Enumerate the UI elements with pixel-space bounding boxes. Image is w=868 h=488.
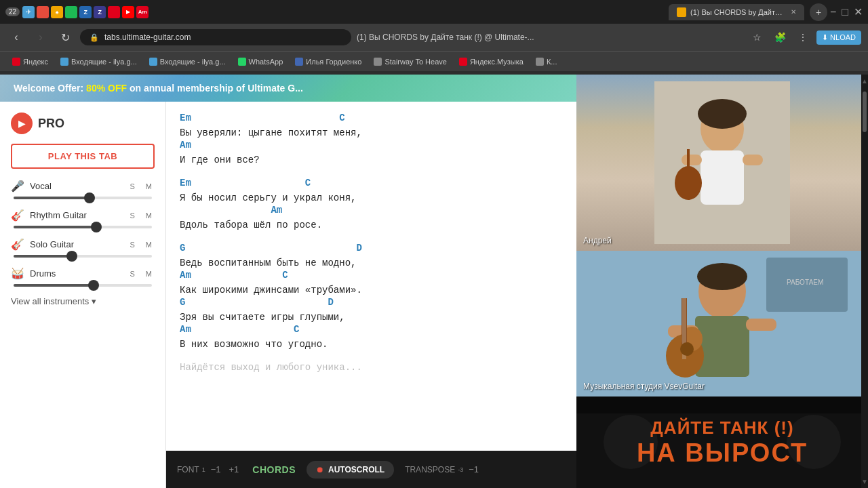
pro-label: PRO (38, 117, 64, 131)
autoscroll-button[interactable]: ⏺ AUTOSCROLL (307, 461, 394, 479)
download-button[interactable]: ⬇ NLOAD (816, 30, 861, 45)
address-bar[interactable]: 🔒 tabs.ultimate-guitar.com (80, 29, 351, 45)
maximize-button[interactable]: □ (842, 6, 848, 18)
svg-rect-3 (701, 150, 744, 205)
vocal-slider[interactable] (14, 197, 152, 199)
bookmark-inbox1[interactable]: Входящие - ilya.g... (55, 56, 142, 67)
solo-slider-container (11, 255, 155, 258)
telegram-icon[interactable]: ✈ (22, 6, 35, 18)
app-icon-4[interactable]: Z (94, 6, 106, 18)
pro-badge: ▶ PRO (11, 113, 155, 134)
svg-rect-7 (687, 149, 690, 190)
back-button[interactable]: ‹ (7, 28, 26, 47)
chord-line-3: Em C (180, 178, 563, 192)
settings-icon[interactable]: ⋮ (793, 28, 812, 47)
svg-text:РАБОТАЕМ: РАБОТАЕМ (787, 279, 823, 286)
rhythm-slider-container (11, 226, 155, 228)
font-increase-button[interactable]: +1 (226, 463, 242, 476)
tab-favicon (677, 7, 686, 17)
tab-content[interactable]: Em C Вы уверяли: цыгане похитят меня, Am… (166, 102, 576, 488)
rhythm-slider-fill (14, 226, 96, 228)
person-2-svg: РАБОТАЕМ (576, 251, 868, 396)
lyrics-line-7: Зря вы считаете игры глупыми, (180, 312, 563, 323)
solo-m-button[interactable]: M (143, 240, 155, 249)
browser-toolbar: ‹ › ↻ 🔒 tabs.ultimate-guitar.com (1) Вы … (0, 24, 868, 51)
lyrics-line-8: В них возможно что угодно. (180, 339, 563, 350)
bookmark-whatsapp[interactable]: WhatsApp (233, 56, 289, 67)
bookmark-other[interactable]: К... (530, 56, 563, 67)
extensions-icon[interactable]: 🧩 (770, 28, 789, 47)
video-3-title-2: НА ВЫРОСТ (637, 439, 808, 468)
promo-banner[interactable]: Welcome Offer: 80% OFF on annual members… (0, 75, 576, 102)
app-icon-3[interactable]: Z (79, 6, 92, 18)
vocal-slider-thumb[interactable] (84, 192, 95, 203)
vocal-s-button[interactable]: S (127, 182, 137, 191)
drums-m-button[interactable]: M (143, 269, 155, 279)
app-icon-2[interactable] (65, 6, 77, 18)
tab-close-button[interactable]: ✕ (791, 8, 796, 16)
track-vocal-name: Vocal (30, 181, 121, 191)
forward-button[interactable]: › (31, 28, 50, 47)
svg-point-2 (698, 99, 747, 129)
rhythm-m-button[interactable]: M (143, 211, 155, 220)
tab-bar: 22 ✈ ♠ Z Z ▶ Am (0, 0, 868, 24)
bookmark-stairway[interactable]: Stairway To Heave (368, 56, 452, 67)
vocal-m-button[interactable]: M (143, 182, 155, 191)
right-panel: Андрей РАБОТАЕМ (576, 75, 868, 488)
video-2-content: РАБОТАЕМ (576, 251, 868, 396)
new-tab-button[interactable]: + (810, 3, 827, 21)
scroll-up-arrow[interactable]: ▲ (861, 77, 868, 85)
play-tab-button[interactable]: PLAY THIS TAB (11, 144, 155, 169)
browser-chrome: 22 ✈ ♠ Z Z ▶ Am (0, 0, 868, 75)
chevron-down-icon: ▾ (92, 296, 96, 306)
chord-line-8: Am C (180, 324, 563, 339)
autoscroll-play-icon: ⏺ (316, 465, 324, 474)
track-rhythm-header: 🎸 Rhythm Guitar S M (11, 209, 155, 222)
svg-rect-13 (695, 316, 749, 377)
font-control: FONT 1 −1 +1 (177, 463, 241, 476)
transpose-decrease-button[interactable]: −1 (466, 463, 481, 476)
vocal-icon: 🎤 (11, 180, 24, 192)
pro-play-button[interactable]: ▶ (11, 113, 33, 134)
drums-icon: 🥁 (11, 267, 24, 280)
drums-slider-thumb[interactable] (88, 280, 99, 291)
solo-slider[interactable] (14, 255, 152, 258)
youtube-icon[interactable]: ▶ (122, 6, 134, 18)
right-panel-scrollbar[interactable]: ▲ ▼ (861, 75, 868, 488)
scroll-thumb[interactable] (863, 92, 867, 132)
rhythm-guitar-icon: 🎸 (11, 209, 24, 222)
solo-s-button[interactable]: S (127, 240, 137, 249)
font-decrease-button[interactable]: −1 (208, 463, 224, 476)
reload-button[interactable]: ↻ (56, 28, 75, 47)
lyrics-line-3: Я бы носил серьгу и украл коня, (180, 192, 563, 203)
sidebar: ▶ PRO PLAY THIS TAB 🎤 Vocal S M 🎸 (0, 102, 166, 488)
svg-point-12 (697, 263, 747, 290)
bookmark-yandex[interactable]: Яндекс (7, 56, 54, 67)
drums-s-button[interactable]: S (127, 269, 137, 279)
track-rhythm-name: Rhythm Guitar (30, 210, 121, 220)
bookmark-inbox2[interactable]: Входящие - ilya.g... (144, 56, 231, 67)
video-3-title-1: ДАЙТЕ ТАНК (!) (650, 418, 793, 439)
bookmark-yandex-music[interactable]: Яндекс.Музыка (454, 56, 529, 67)
view-all-instruments-button[interactable]: View all instruments ▾ (11, 296, 155, 306)
minimize-button[interactable]: − (830, 6, 836, 18)
rhythm-slider[interactable] (14, 226, 152, 228)
solo-slider-thumb[interactable] (66, 251, 77, 262)
close-button[interactable]: ✕ (854, 5, 863, 18)
chords-toggle-button[interactable]: CHORDS (252, 464, 296, 475)
svg-point-22 (680, 342, 694, 356)
drums-slider[interactable] (14, 284, 152, 287)
bookmark-ilya[interactable]: Илья Гордиенко (290, 56, 367, 67)
active-tab[interactable]: (1) Вы CHORDS by Дайте танк (!) @ Ultima… (669, 4, 804, 20)
app-icon-1[interactable]: ♠ (51, 6, 63, 18)
chord-line-2: Am (180, 140, 563, 155)
chrome-icon[interactable] (37, 6, 49, 18)
scroll-down-arrow[interactable]: ▼ (861, 478, 868, 485)
yandex-icon[interactable] (108, 6, 120, 18)
bookmark-star-icon[interactable]: ☆ (747, 28, 766, 47)
rhythm-slider-thumb[interactable] (91, 222, 102, 232)
video-2-person-label: Музыкальная студия VsevGuitar (583, 382, 705, 391)
rhythm-s-button[interactable]: S (127, 211, 137, 220)
am-icon[interactable]: Am (136, 6, 149, 18)
vocal-slider-container (11, 197, 155, 199)
